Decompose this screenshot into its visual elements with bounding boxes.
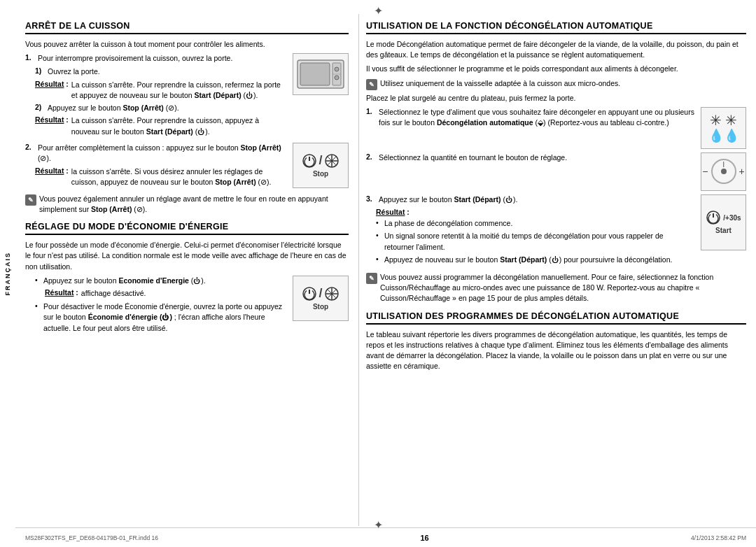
economie-bullet-2-text: Pour désactiver le mode Économie d'énerg…: [43, 301, 287, 334]
section-programmes-intro: Le tableau suivant répertorie les divers…: [366, 329, 746, 372]
decongelation-note-2: ✎ Vous pouvez aussi programmer la décong…: [366, 272, 746, 304]
knob-indicator: [723, 162, 724, 167]
right-item2-text-area: 2. Sélectionnez la quantité en tournant …: [366, 152, 695, 166]
decongelation-note-2-text: Vous pouvez aussi programmer la décongél…: [380, 272, 746, 304]
economie-bullet-list: • Appuyez sur le bouton Economie d'Energ…: [35, 276, 287, 334]
item2: 2. Pour arrêter complètement la cuisson …: [25, 143, 287, 164]
stop-icon-wrap-2: / Stop: [302, 286, 339, 311]
decongelation-intro: Le mode Décongélation automatique permet…: [366, 39, 746, 60]
section-programmes-title: UTILISATION DES PROGRAMMES DE DÉCONGÉLAT…: [366, 311, 746, 325]
power-svg: [302, 153, 317, 169]
footer-date: 4/1/2013 2:58:42 PM: [691, 534, 746, 541]
note-icon-2: ✎: [366, 79, 377, 90]
item2-result-label: Résultat :: [35, 166, 69, 187]
stop-button-image-1: /: [293, 143, 349, 188]
result-bullet-dot-2: •: [376, 231, 384, 239]
economie-result-text: affichage désactivé.: [81, 288, 146, 299]
right-item3-row: 3. Appuyez sur le bouton Start (Départ) …: [366, 194, 746, 269]
decongelation-items-text: 1. Sélectionnez le type d'aliment que vo…: [366, 107, 695, 131]
decongelation-intro2: Il vous suffit de sélectionner le progra…: [366, 64, 746, 74]
section-programmes: UTILISATION DES PROGRAMMES DE DÉCONGÉLAT…: [366, 311, 746, 372]
defrost-icon-box: ✳ ✳ 💧💧: [701, 107, 746, 149]
decongelation-note-1: ✎ Utilisez uniquement de la vaisselle ad…: [366, 78, 746, 90]
result-label-2: Résultat :: [35, 115, 69, 136]
result-line-2: Résultat : La cuisson s'arrête. Pour rep…: [35, 115, 287, 136]
knob-row: − +: [702, 159, 744, 184]
result-label-1: Résultat :: [35, 80, 69, 101]
compass-decoration-bottom: ✦: [374, 518, 383, 532]
right-result-label: Résultat :: [376, 208, 410, 216]
item2-text: Pour arrêter complètement la cuisson : a…: [38, 143, 287, 164]
svg-point-4: [335, 76, 339, 80]
left-column: ARRÊT DE LA CUISSON Vous pouvez arrêter …: [15, 14, 358, 526]
result-bullet-3: • Appuyez de nouveau sur le bouton Start…: [376, 255, 695, 265]
knob-box: − +: [702, 159, 744, 184]
sub-text-1: Ouvrez la porte.: [48, 66, 100, 77]
svg-point-3: [335, 67, 339, 71]
footer-filename: MS28F302TFS_EF_DE68-04179B-01_FR.indd 16: [25, 534, 158, 541]
microwave-svg: [296, 57, 345, 92]
right-item2-text: Sélectionnez la quantité en tournant le …: [379, 152, 695, 163]
economie-bullet-1: • Appuyez sur le bouton Economie d'Energ…: [35, 276, 287, 286]
stop-icons-row: /: [302, 153, 339, 169]
right-result-label-row: Résultat :: [376, 208, 695, 216]
result-bullet-2: • Un signal sonore retentit à la moitié …: [376, 231, 695, 252]
stop-button-image-2: / Stop: [293, 276, 349, 321]
decongelation-note-1-text: Utilisez uniquement de la vaisselle adap…: [380, 78, 620, 89]
section-economie-intro: Le four possède un mode d'économie d'éne…: [25, 240, 349, 272]
item2-result-text: la cuisson s'arrête. Si vous désirez ann…: [71, 166, 287, 187]
economie-result-label: Résultat :: [45, 288, 78, 299]
item2-result-line: Résultat : la cuisson s'arrête. Si vous …: [35, 166, 287, 187]
decongelation-items-row: 1. Sélectionnez le type d'aliment que vo…: [366, 107, 746, 149]
stop-icons-row-2: /: [302, 286, 339, 301]
item1: 1. Pour interrompre provisoirement la cu…: [25, 53, 287, 64]
right-item2-row: 2. Sélectionnez la quantité en tournant …: [366, 152, 746, 191]
knob-image-box: − +: [701, 152, 746, 191]
section-economie: RÉGLAGE DU MODE D'ÉCONOMIE D'ÉNERGIE Le …: [25, 222, 349, 337]
stop-icon-1: /: [302, 153, 339, 169]
economie-bullets-row: • Appuyez sur le bouton Economie d'Energ…: [25, 276, 349, 337]
right-column: UTILISATION DE LA FONCTION DÉCONGÉLATION…: [358, 14, 756, 526]
item1-text: Pour interrompre provisoirement la cuiss…: [38, 53, 287, 64]
result-line-1: Résultat : La cuisson s'arrête. Pour rep…: [35, 80, 287, 101]
start-button-image: /+30s Start: [701, 194, 746, 250]
sub-num-1: 1): [35, 66, 48, 77]
result-bullet-1-text: La phase de décongélation commence.: [384, 218, 512, 229]
section-arret-title: ARRÊT DE LA CUISSON: [25, 21, 349, 34]
item1-row: 1. Pour interrompre provisoirement la cu…: [25, 53, 349, 139]
note-icon-1: ✎: [25, 194, 36, 206]
economie-bullets-text: • Appuyez sur le bouton Economie d'Energ…: [25, 276, 287, 337]
economie-bullet-2: • Pour désactiver le mode Économie d'éne…: [35, 301, 287, 334]
right-item2-num: 2.: [366, 152, 377, 163]
defrost-svg: [324, 153, 340, 169]
economie-bullet-1-text: Appuyez sur le bouton Economie d'Energie…: [43, 276, 206, 286]
sub-item-1: 1) Ouvrez la porte.: [35, 66, 287, 77]
result-bullet-dot-1: •: [376, 218, 384, 227]
result-text-2: La cuisson s'arrête. Pour reprendre la c…: [71, 115, 287, 136]
knob-plus: +: [739, 166, 745, 177]
right-item1-num: 1.: [366, 107, 377, 128]
note-text-1: Vous pouvez également annuler un réglage…: [39, 194, 349, 215]
stars-row: ✳ ✳: [708, 112, 739, 129]
result-bullet-dot-3: •: [376, 255, 384, 263]
stop-label-1: Stop: [313, 170, 328, 178]
right-item1: 1. Sélectionnez le type d'aliment que vo…: [366, 107, 695, 128]
stop-label-2: Stop: [313, 303, 328, 311]
stop-icon-2: /: [302, 286, 339, 301]
start-icon-wrap: /+30s Start: [706, 210, 741, 234]
section-decongelation: UTILISATION DE LA FONCTION DÉCONGÉLATION…: [366, 21, 746, 304]
item2-text-area: 2. Pour arrêter complètement la cuisson …: [25, 143, 287, 190]
plus30s-label: /+30s: [723, 214, 741, 222]
knob-inner: [721, 169, 727, 174]
section-economie-title: RÉGLAGE DU MODE D'ÉCONOMIE D'ÉNERGIE: [25, 222, 349, 235]
knob-circle: [711, 159, 736, 184]
bullet-dot-2: •: [35, 301, 43, 310]
section-decongelation-title: UTILISATION DE LA FONCTION DÉCONGÉLATION…: [366, 21, 746, 34]
right-item3-text: Appuyez sur le bouton Start (Départ) (⏻)…: [379, 194, 695, 205]
slash-divider-2: /: [318, 286, 322, 301]
sub-text-2: Appuyez sur le bouton Stop (Arrêt) (⊘).: [48, 103, 179, 113]
sub-num-2: 2): [35, 103, 48, 113]
knob-minus: −: [702, 166, 708, 177]
decongelation-place-text: Placez le plat surgelé au centre du plat…: [366, 93, 746, 104]
svg-rect-1: [300, 63, 330, 85]
